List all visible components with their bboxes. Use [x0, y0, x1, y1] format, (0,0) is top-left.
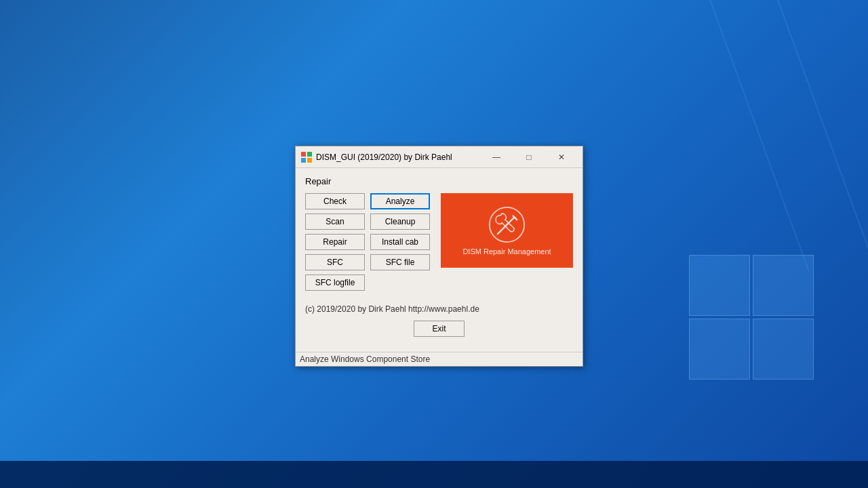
dism-logo-icon: [488, 206, 526, 243]
window-body: Repair Check Analyze Scan Cleanup Repair…: [296, 168, 583, 352]
row-5: SFC logfile: [305, 274, 433, 291]
app-icon: [301, 152, 312, 163]
repair-label: Repair: [305, 176, 573, 186]
win-tile-2: [753, 255, 814, 316]
svg-rect-0: [301, 152, 306, 157]
window-title: DISM_GUI (2019/2020) by Dirk Paehl: [316, 152, 481, 162]
repair-button[interactable]: Repair: [305, 234, 365, 250]
taskbar: [0, 461, 868, 488]
logo-text: DISM Repair Management: [462, 247, 551, 256]
cleanup-button[interactable]: Cleanup: [370, 214, 430, 230]
win-tile-3: [689, 319, 750, 380]
dism-gui-window: DISM_GUI (2019/2020) by Dirk Paehl — □ ✕…: [295, 146, 583, 367]
content-area: Check Analyze Scan Cleanup Repair Instal…: [305, 193, 573, 295]
logo-area: DISM Repair Management: [441, 193, 573, 268]
status-bar: Analyze Windows Component Store: [296, 352, 583, 366]
minimize-button[interactable]: —: [481, 146, 512, 168]
titlebar: DISM_GUI (2019/2020) by Dirk Paehl — □ ✕: [296, 146, 583, 168]
scan-button[interactable]: Scan: [305, 214, 365, 230]
row-3: Repair Install cab: [305, 234, 433, 250]
sfc-file-button[interactable]: SFC file: [370, 254, 430, 270]
bg-line-1: [697, 0, 837, 271]
row-1: Check Analyze: [305, 193, 433, 209]
analyze-button[interactable]: Analyze: [370, 193, 430, 209]
row-2: Scan Cleanup: [305, 214, 433, 230]
windows-logo-tiles: [689, 255, 814, 380]
bg-line-2: [765, 0, 868, 271]
copyright-text: (c) 2019/2020 by Dirk Paehl http://www.p…: [305, 304, 573, 314]
svg-rect-3: [307, 158, 312, 163]
win-tile-4: [753, 319, 814, 380]
win-tile-1: [689, 255, 750, 316]
row-4: SFC SFC file: [305, 254, 433, 270]
maximize-button[interactable]: □: [513, 146, 545, 168]
desktop: DISM_GUI (2019/2020) by Dirk Paehl — □ ✕…: [0, 0, 868, 488]
close-button[interactable]: ✕: [546, 146, 577, 168]
svg-rect-1: [307, 152, 312, 157]
exit-row: Exit: [305, 321, 573, 337]
footer-section: (c) 2019/2020 by Dirk Paehl http://www.p…: [305, 304, 573, 337]
sfc-button[interactable]: SFC: [305, 254, 365, 270]
buttons-area: Check Analyze Scan Cleanup Repair Instal…: [305, 193, 433, 295]
titlebar-controls: — □ ✕: [481, 152, 577, 163]
sfc-logfile-button[interactable]: SFC logfile: [305, 274, 365, 291]
exit-button[interactable]: Exit: [414, 321, 465, 337]
check-button[interactable]: Check: [305, 193, 365, 209]
svg-rect-2: [301, 158, 306, 163]
install-cab-button[interactable]: Install cab: [370, 234, 430, 250]
